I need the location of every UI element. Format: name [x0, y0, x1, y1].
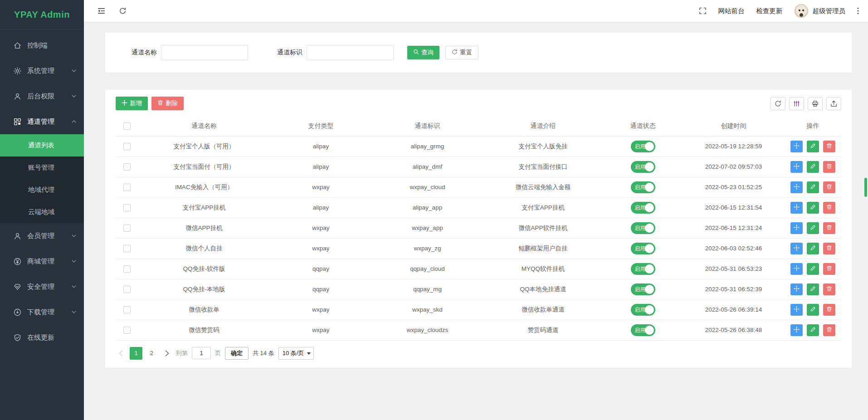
channel-id-input[interactable]: [307, 45, 394, 60]
sidebar-item-console[interactable]: 控制端: [0, 33, 84, 58]
row-delete-button[interactable]: [823, 304, 835, 316]
reset-button[interactable]: 重置: [445, 46, 478, 59]
delete-button[interactable]: 删除: [151, 97, 184, 110]
edit-button[interactable]: [807, 202, 819, 214]
confirm-button[interactable]: 确定: [225, 347, 249, 360]
status-toggle[interactable]: 启用: [631, 304, 655, 316]
prev-page-icon[interactable]: [116, 347, 126, 360]
table-export-button[interactable]: [826, 97, 841, 110]
status-toggle[interactable]: 启用: [631, 181, 655, 193]
move-button[interactable]: [790, 161, 803, 173]
move-button[interactable]: [790, 141, 803, 152]
status-toggle[interactable]: 启用: [631, 161, 655, 173]
collapse-menu-icon[interactable]: [98, 7, 105, 15]
check-update-link[interactable]: 检查更新: [756, 7, 783, 15]
delete-button-label: 删除: [166, 99, 178, 107]
goto-page-input[interactable]: [192, 347, 211, 359]
edit-button[interactable]: [807, 222, 819, 234]
table-row: QQ免挂-软件版 qqpay qqpay_cloud MYQQ软件挂机 启用 2…: [116, 259, 841, 279]
row-checkbox[interactable]: [123, 163, 131, 171]
status-toggle[interactable]: 启用: [631, 141, 655, 152]
edit-button[interactable]: [807, 263, 819, 275]
page-button[interactable]: 2: [145, 347, 158, 360]
sidebar-item-permission[interactable]: 后台权限: [0, 83, 84, 109]
avatar[interactable]: [795, 4, 808, 18]
query-button-label: 查询: [421, 49, 434, 57]
trash-icon: [826, 245, 832, 252]
sidebar-item-system[interactable]: 系统管理: [0, 58, 84, 83]
user-icon: [14, 232, 21, 240]
table-refresh-button[interactable]: [770, 97, 785, 110]
row-delete-button[interactable]: [823, 141, 835, 152]
row-delete-button[interactable]: [823, 263, 835, 275]
status-toggle[interactable]: 启用: [631, 324, 655, 336]
next-page-icon[interactable]: [162, 347, 172, 360]
row-checkbox[interactable]: [123, 184, 131, 191]
move-button[interactable]: [790, 263, 803, 275]
row-checkbox[interactable]: [123, 143, 131, 150]
page-size-select[interactable]: 10 条/页: [278, 347, 314, 360]
select-all-checkbox[interactable]: [123, 122, 131, 130]
row-delete-button[interactable]: [823, 222, 835, 234]
move-button[interactable]: [790, 324, 803, 336]
channel-id-label: 通道标识: [277, 49, 302, 57]
edit-button[interactable]: [807, 141, 819, 152]
row-checkbox[interactable]: [123, 306, 131, 313]
move-button[interactable]: [790, 283, 803, 295]
row-checkbox[interactable]: [123, 245, 131, 252]
toggle-knob: [645, 224, 654, 233]
row-delete-button[interactable]: [823, 202, 835, 214]
row-checkbox[interactable]: [123, 265, 131, 273]
page-button[interactable]: 1: [130, 347, 142, 360]
sidebar-item-account[interactable]: 账号管理: [0, 156, 84, 179]
edit-button[interactable]: [807, 324, 819, 336]
sidebar-item-cloud-region[interactable]: 云端地域: [0, 201, 84, 223]
move-button[interactable]: [790, 243, 803, 254]
status-toggle[interactable]: 启用: [631, 263, 655, 275]
status-toggle[interactable]: 启用: [631, 283, 655, 295]
page-word-label: 页: [215, 349, 221, 357]
edit-button[interactable]: [807, 181, 819, 193]
row-checkbox[interactable]: [123, 286, 131, 293]
status-toggle[interactable]: 启用: [631, 243, 655, 254]
sidebar-item-member[interactable]: 会员管理: [0, 223, 84, 249]
row-checkbox[interactable]: [123, 225, 131, 232]
row-delete-button[interactable]: [823, 283, 835, 295]
edit-button[interactable]: [807, 243, 819, 254]
fullscreen-icon[interactable]: [699, 7, 707, 15]
edit-button[interactable]: [807, 304, 819, 316]
sidebar: YPAY Admin 控制端 系统管理 后台权限 通道管理 通道列表 账号管理 …: [0, 0, 84, 420]
row-delete-button[interactable]: [823, 324, 835, 336]
row-checkbox[interactable]: [123, 327, 131, 334]
edit-button[interactable]: [807, 161, 819, 173]
sidebar-item-update[interactable]: 在线更新: [0, 325, 84, 350]
row-delete-button[interactable]: [823, 243, 835, 254]
refresh-icon[interactable]: [119, 7, 127, 15]
move-button[interactable]: [790, 181, 803, 193]
table-columns-button[interactable]: [789, 97, 804, 110]
row-delete-button[interactable]: [823, 161, 835, 173]
status-toggle[interactable]: 启用: [631, 202, 655, 214]
user-menu[interactable]: 超级管理员: [795, 4, 846, 18]
site-front-link[interactable]: 网站前台: [718, 7, 745, 15]
move-button[interactable]: [790, 222, 803, 234]
scrollbar-thumb[interactable]: [864, 178, 867, 197]
move-button[interactable]: [790, 202, 803, 214]
status-toggle[interactable]: 启用: [631, 222, 655, 234]
sidebar-item-channel[interactable]: 通道管理: [0, 109, 84, 134]
row-checkbox[interactable]: [123, 204, 131, 211]
sidebar-item-channel-list[interactable]: 通道列表: [0, 134, 84, 156]
reset-button-label: 重置: [460, 49, 472, 57]
move-button[interactable]: [790, 304, 803, 316]
row-delete-button[interactable]: [823, 181, 835, 193]
sidebar-item-mall[interactable]: 商城管理: [0, 249, 84, 274]
add-button[interactable]: 新增: [116, 97, 148, 110]
sidebar-item-security[interactable]: 安全管理: [0, 274, 84, 299]
edit-button[interactable]: [807, 283, 819, 295]
table-print-button[interactable]: [808, 97, 823, 110]
channel-name-input[interactable]: [161, 45, 248, 60]
more-menu-icon[interactable]: [857, 7, 859, 15]
sidebar-item-download[interactable]: 下载管理: [0, 299, 84, 325]
query-button[interactable]: 查询: [407, 46, 439, 59]
sidebar-item-region-agent[interactable]: 地域代理: [0, 179, 84, 201]
